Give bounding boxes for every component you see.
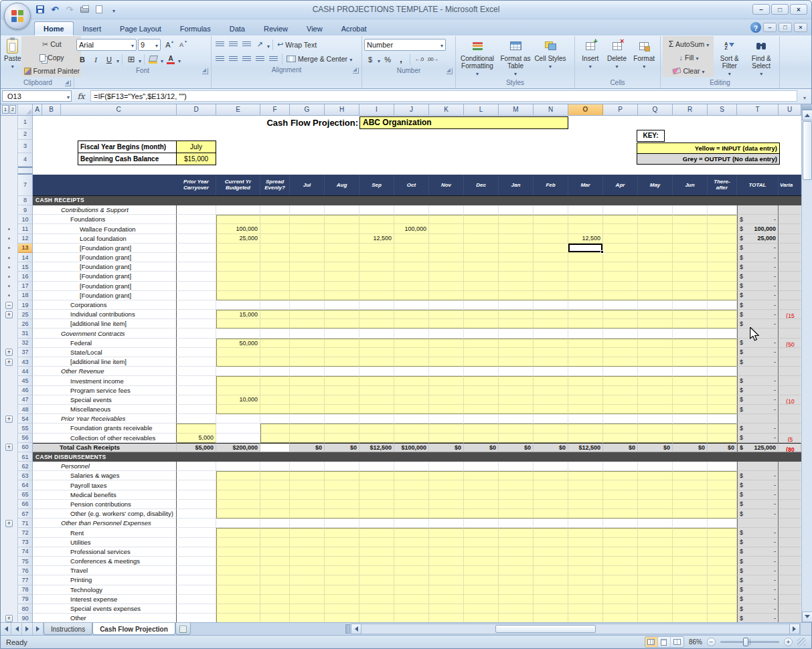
cell-N44[interactable]	[534, 367, 568, 376]
cell-E66[interactable]	[216, 500, 260, 509]
cell-O37[interactable]	[568, 348, 603, 357]
ribbon-tab-acrobat[interactable]: Acrobat	[332, 21, 376, 35]
scroll-up-button[interactable]	[802, 110, 812, 120]
cell-P26[interactable]	[603, 319, 638, 329]
row-header-67[interactable]: 67	[18, 509, 33, 519]
row-header-78[interactable]: 78	[18, 585, 33, 595]
cell-T15[interactable]: $-	[737, 262, 779, 272]
cell-E8[interactable]	[216, 196, 260, 205]
cell-P90[interactable]	[603, 614, 638, 622]
fiscal-year-input-cell[interactable]: July	[176, 141, 216, 153]
column-header-L[interactable]: L	[464, 104, 499, 116]
cell-O15[interactable]	[568, 262, 603, 272]
cell-N19[interactable]	[534, 300, 568, 310]
cell-I63[interactable]	[359, 471, 394, 480]
cell-K47[interactable]	[429, 395, 464, 405]
row-header-7[interactable]: 7	[18, 175, 33, 196]
cell-Q64[interactable]	[638, 480, 673, 490]
cell-J80[interactable]	[394, 604, 429, 614]
ribbon-tab-data[interactable]: Data	[220, 21, 254, 35]
cell-G11[interactable]	[290, 224, 325, 234]
cell-R31[interactable]	[673, 329, 708, 338]
row-header-11[interactable]: 11	[18, 224, 33, 234]
cell-E48[interactable]	[216, 405, 260, 414]
cell-N12[interactable]	[534, 234, 568, 244]
cell-S26[interactable]	[708, 319, 737, 329]
cell-U48[interactable]	[779, 405, 801, 414]
column-header-M[interactable]: M	[499, 104, 534, 116]
column-header-C[interactable]: C	[61, 104, 177, 116]
cell-K46[interactable]	[429, 386, 464, 395]
row-label-73[interactable]: Utilities	[33, 538, 177, 547]
cell-M15[interactable]	[499, 262, 534, 272]
cell-S11[interactable]	[708, 224, 737, 234]
row-label-32[interactable]: Federal	[33, 339, 177, 348]
cell-H90[interactable]	[325, 614, 359, 622]
cell-J79[interactable]	[394, 595, 429, 604]
cell-H9[interactable]	[325, 205, 359, 215]
outline-collapse-row-19[interactable]: −	[5, 302, 13, 309]
number-format-select[interactable]: Number	[364, 39, 446, 51]
cell-G76[interactable]	[290, 566, 325, 575]
cell-Q26[interactable]	[638, 319, 673, 329]
row-label-26[interactable]: [additional line item]	[33, 319, 177, 329]
cell-M71[interactable]	[499, 519, 534, 528]
cell-O12[interactable]: 12,500	[568, 234, 603, 244]
cell-I26[interactable]	[359, 319, 394, 329]
cell-G26[interactable]	[290, 319, 325, 329]
cell-F72[interactable]	[260, 528, 290, 537]
row-label-54[interactable]: Prior Year Receivables	[33, 414, 177, 424]
cell-S79[interactable]	[708, 595, 737, 604]
font-dialog-launcher[interactable]	[202, 68, 208, 74]
horizontal-scrollbar[interactable]	[351, 624, 800, 634]
vertical-split-handle[interactable]	[802, 104, 812, 110]
cell-M32[interactable]	[499, 339, 534, 348]
beginning-cash-input-cell[interactable]: $15,000	[176, 153, 216, 165]
cell-I15[interactable]	[359, 262, 394, 272]
row-label-78[interactable]: Technology	[33, 585, 177, 595]
cell-R45[interactable]	[673, 376, 708, 385]
cell-Q19[interactable]	[638, 300, 673, 310]
cell-G48[interactable]	[290, 405, 325, 414]
cell-E16[interactable]	[216, 272, 260, 281]
cell-H48[interactable]	[325, 405, 359, 414]
vertical-scrollbar[interactable]	[801, 104, 812, 622]
cell-Q78[interactable]	[638, 585, 673, 595]
cell-O66[interactable]	[568, 500, 603, 509]
cell-J9[interactable]	[394, 205, 429, 215]
cell-J73[interactable]	[394, 538, 429, 547]
cell-F76[interactable]	[260, 566, 290, 575]
row-label-17[interactable]: [Foundation grant]	[33, 282, 177, 291]
organization-input-cell[interactable]: ABC Organization	[359, 116, 568, 129]
cell-F77[interactable]	[260, 575, 290, 585]
cell-K44[interactable]	[429, 367, 464, 376]
cell-I61[interactable]	[359, 452, 394, 462]
cell-P44[interactable]	[603, 367, 638, 376]
cell-R11[interactable]	[673, 224, 708, 234]
orientation-button[interactable]	[254, 39, 266, 50]
cell-J14[interactable]	[394, 253, 429, 262]
cell-G31[interactable]	[290, 329, 325, 338]
cell-H13[interactable]	[325, 244, 359, 253]
cell-O31[interactable]	[568, 329, 603, 338]
cell-S80[interactable]	[708, 604, 737, 614]
cell-N31[interactable]	[534, 329, 568, 338]
cell-H80[interactable]	[325, 604, 359, 614]
cell-N60[interactable]: $0	[534, 443, 568, 452]
cell-H15[interactable]	[325, 262, 359, 272]
column-header-U[interactable]: U	[779, 104, 801, 116]
cell-L45[interactable]	[464, 376, 499, 385]
cell-K61[interactable]	[429, 452, 464, 462]
cell-L73[interactable]	[464, 538, 499, 547]
cell-N8[interactable]	[534, 196, 568, 205]
cell-U32[interactable]: (50	[779, 339, 801, 348]
fill-handle[interactable]	[600, 250, 604, 254]
cell-H66[interactable]	[325, 500, 359, 509]
cell-L18[interactable]	[464, 291, 499, 300]
cell-G64[interactable]	[290, 480, 325, 490]
cell-M77[interactable]	[499, 575, 534, 585]
cell-L26[interactable]	[464, 319, 499, 329]
cell-E14[interactable]	[216, 253, 260, 262]
cell-R43[interactable]	[673, 357, 708, 367]
minimize-button[interactable]	[752, 4, 770, 15]
